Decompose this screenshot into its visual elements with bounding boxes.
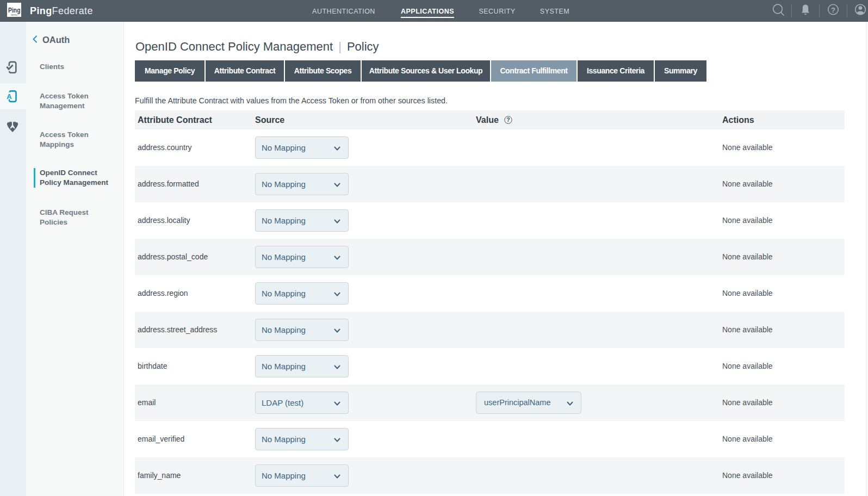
svg-text:?: ? [506, 116, 510, 123]
svg-text:A: A [7, 92, 12, 101]
svg-text:?: ? [831, 6, 835, 14]
